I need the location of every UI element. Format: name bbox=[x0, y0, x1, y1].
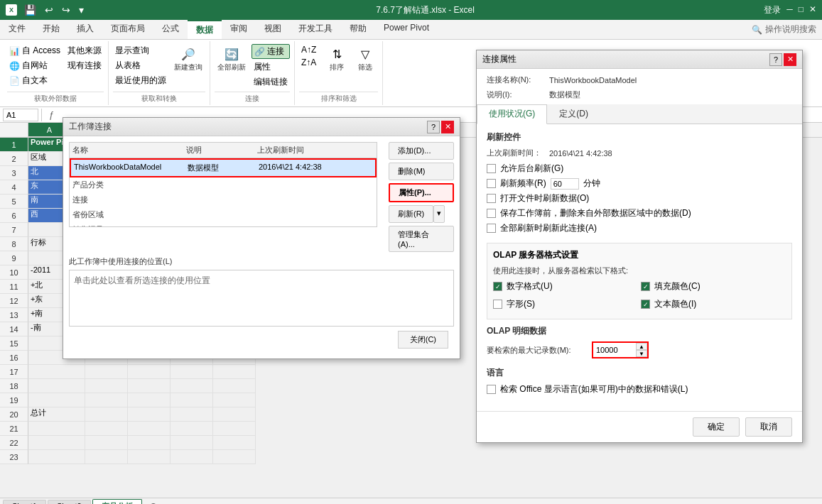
cell-d17[interactable] bbox=[171, 365, 213, 379]
props-ok-btn[interactable]: 确定 bbox=[693, 417, 740, 437]
max-records-input[interactable] bbox=[593, 344, 636, 356]
spinner-up-btn[interactable]: ▲ bbox=[636, 343, 647, 350]
cell-d21[interactable] bbox=[171, 422, 213, 436]
refresh-all-checkbox[interactable] bbox=[487, 224, 496, 233]
properties-connection-btn[interactable]: 属性(P)... bbox=[389, 183, 454, 202]
row-header-18[interactable]: 18 bbox=[0, 379, 28, 393]
conn-row-3[interactable]: 省份区域 bbox=[70, 207, 377, 222]
undo-icon[interactable]: ↩ bbox=[42, 3, 56, 17]
conn-row-0[interactable]: ThisWorkbookDataModel 数据模型 2016\4\21 4:4… bbox=[70, 158, 377, 177]
tab-developer[interactable]: 开发工具 bbox=[290, 20, 341, 39]
tab-file[interactable]: 文件 bbox=[0, 20, 34, 39]
search-label[interactable]: 操作说明搜索 bbox=[765, 23, 816, 35]
cell-d22[interactable] bbox=[171, 436, 213, 450]
edit-links-btn[interactable]: 编辑链接 bbox=[252, 75, 290, 89]
props-tab-usage[interactable]: 使用状况(G) bbox=[477, 104, 547, 124]
tab-view[interactable]: 视图 bbox=[256, 20, 290, 39]
cell-a23[interactable] bbox=[28, 450, 85, 464]
cell-c23[interactable] bbox=[128, 450, 171, 464]
row-header-10[interactable]: 10 bbox=[0, 265, 28, 280]
cell-b22[interactable] bbox=[85, 436, 128, 450]
row-header-4[interactable]: 4 bbox=[0, 180, 28, 195]
sort-za-btn[interactable]: Z↑A bbox=[299, 57, 318, 68]
from-table-btn[interactable]: 从表格 bbox=[113, 59, 168, 72]
text-btn[interactable]: 📄 自文本 bbox=[7, 74, 63, 87]
new-query-btn[interactable]: 🔎 新建查询 bbox=[171, 44, 205, 74]
cell-e23[interactable] bbox=[213, 450, 256, 464]
row-header-6[interactable]: 6 bbox=[0, 209, 28, 223]
number-format-checkbox[interactable] bbox=[493, 282, 502, 291]
conn-row-4[interactable]: 销售记录 bbox=[70, 222, 377, 227]
delete-connection-btn[interactable]: 删除(M) bbox=[389, 163, 454, 180]
row-header-11[interactable]: 11 bbox=[0, 280, 28, 294]
recent-sources-btn[interactable]: 最近使用的源 bbox=[113, 74, 168, 87]
cell-a20[interactable]: 总计 bbox=[28, 407, 85, 422]
sort-btn[interactable]: ⇅ 排序 bbox=[324, 44, 350, 74]
tab-review[interactable]: 审阅 bbox=[222, 20, 256, 39]
cell-b21[interactable] bbox=[85, 422, 128, 436]
redo-icon[interactable]: ↪ bbox=[59, 3, 73, 17]
row-header-2[interactable]: 2 bbox=[0, 152, 28, 166]
row-header-13[interactable]: 13 bbox=[0, 308, 28, 322]
other-sources-btn[interactable]: 其他来源 bbox=[65, 44, 104, 57]
manage-sets-btn[interactable]: 管理集合(A)... bbox=[389, 226, 454, 252]
sheet-tab-product[interactable]: 产品分析 bbox=[92, 499, 142, 505]
cell-b23[interactable] bbox=[85, 450, 128, 464]
cell-c20[interactable] bbox=[128, 407, 171, 422]
row-header-7[interactable]: 7 bbox=[0, 223, 28, 237]
properties-btn[interactable]: 属性 bbox=[252, 60, 290, 74]
conn-row-2[interactable]: 连接 bbox=[70, 192, 377, 207]
props-cancel-btn[interactable]: 取消 bbox=[745, 417, 792, 437]
cell-c19[interactable] bbox=[128, 393, 171, 407]
allow-bg-refresh-checkbox[interactable] bbox=[487, 164, 496, 173]
add-connection-btn[interactable]: 添加(D)... bbox=[389, 142, 454, 160]
cell-c21[interactable] bbox=[128, 422, 171, 436]
connections-btn[interactable]: 🔗 连接 bbox=[252, 44, 290, 59]
close-btn[interactable]: ✕ bbox=[809, 4, 816, 16]
add-sheet-btn[interactable]: ⊕ bbox=[144, 499, 163, 505]
cell-a21[interactable] bbox=[28, 422, 85, 436]
save-icon[interactable]: 💾 bbox=[21, 3, 39, 17]
cell-a19[interactable] bbox=[28, 393, 85, 407]
tab-help[interactable]: 帮助 bbox=[341, 20, 375, 39]
cell-c18[interactable] bbox=[128, 379, 171, 393]
spinner-down-btn[interactable]: ▼ bbox=[636, 350, 647, 357]
cell-e17[interactable] bbox=[213, 365, 256, 379]
existing-conn-btn[interactable]: 现有连接 bbox=[65, 59, 104, 72]
check-office-checkbox[interactable] bbox=[487, 385, 496, 394]
connection-help-btn[interactable]: ? bbox=[427, 121, 440, 133]
show-queries-btn[interactable]: 显示查询 bbox=[113, 44, 168, 57]
access-btn[interactable]: 📊 自 Access bbox=[7, 44, 63, 57]
refresh-rate-input[interactable] bbox=[551, 178, 579, 190]
row-header-3[interactable]: 3 bbox=[0, 166, 28, 180]
cell-c22[interactable] bbox=[128, 436, 171, 450]
refresh-rate-checkbox[interactable] bbox=[487, 179, 496, 188]
cell-b19[interactable] bbox=[85, 393, 128, 407]
cell-e22[interactable] bbox=[213, 436, 256, 450]
row-header-1[interactable]: 1 bbox=[0, 138, 28, 152]
cell-reference-input[interactable] bbox=[3, 109, 38, 121]
text-color-checkbox[interactable] bbox=[641, 300, 650, 309]
row-header-16[interactable]: 16 bbox=[0, 351, 28, 365]
tab-insert[interactable]: 插入 bbox=[68, 20, 102, 39]
props-tab-definition[interactable]: 定义(D) bbox=[547, 104, 600, 124]
sheet-tab-sheet1[interactable]: Sheet1 bbox=[3, 500, 46, 504]
sheet-tab-sheet2[interactable]: Sheet2 bbox=[48, 500, 91, 504]
row-header-23[interactable]: 23 bbox=[0, 450, 28, 464]
cell-d23[interactable] bbox=[171, 450, 213, 464]
connection-close-x-btn[interactable]: ✕ bbox=[441, 121, 454, 133]
cell-a17[interactable] bbox=[28, 365, 85, 379]
cell-e18[interactable] bbox=[213, 379, 256, 393]
cell-d20[interactable] bbox=[171, 407, 213, 422]
cell-a22[interactable] bbox=[28, 436, 85, 450]
row-header-15[interactable]: 15 bbox=[0, 336, 28, 351]
tab-power-pivot[interactable]: Power Pivot bbox=[375, 20, 438, 39]
props-help-btn[interactable]: ? bbox=[769, 53, 782, 66]
cell-d19[interactable] bbox=[171, 393, 213, 407]
cell-b18[interactable] bbox=[85, 379, 128, 393]
row-header-14[interactable]: 14 bbox=[0, 322, 28, 336]
refresh-dropdown-btn[interactable]: ▾ bbox=[433, 205, 445, 223]
maximize-btn[interactable]: □ bbox=[799, 4, 804, 16]
cell-e21[interactable] bbox=[213, 422, 256, 436]
refresh-all-btn[interactable]: 🔄 全部刷新 bbox=[215, 44, 249, 74]
